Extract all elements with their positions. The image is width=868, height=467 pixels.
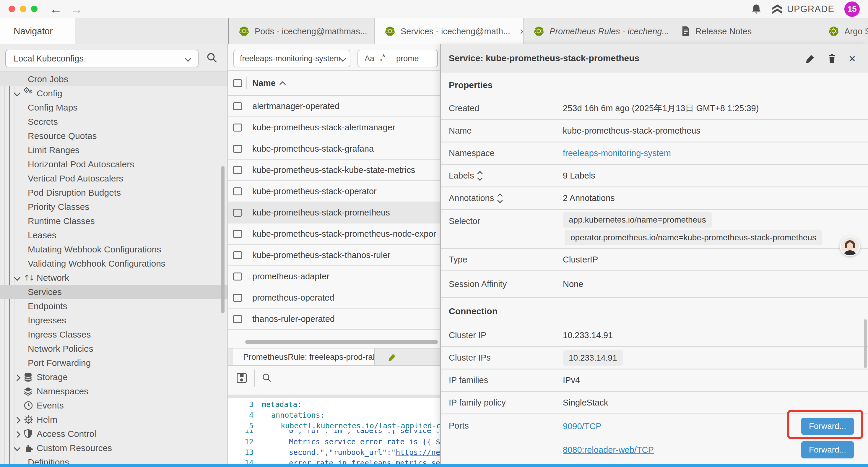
zoom-window-button[interactable] [31, 6, 37, 12]
expand-chevron-icon[interactable] [13, 430, 24, 438]
expand-chevron-icon[interactable] [13, 387, 24, 396]
app-tab[interactable]: Services - icecheng@math... × [375, 18, 524, 44]
sidebar-item[interactable]: Limit Ranges [0, 143, 228, 157]
expand-chevron-icon[interactable] [13, 273, 24, 282]
port-link[interactable]: 9090/TCP [563, 421, 601, 431]
sidebar-item[interactable]: Network Policies [0, 342, 228, 356]
sidebar-item[interactable]: Endpoints [0, 299, 228, 313]
table-horizontal-scrollbar[interactable] [245, 340, 438, 344]
minimize-window-button[interactable] [20, 6, 26, 12]
table-row[interactable]: kube-prometheus-stack-prometheus-node-ex… [228, 224, 440, 245]
row-checkbox[interactable] [233, 209, 242, 217]
table-row[interactable]: kube-prometheus-stack-prometheus [228, 202, 440, 224]
detail-scrollbar[interactable] [864, 319, 867, 368]
expand-chevron-icon[interactable] [13, 444, 24, 453]
sidebar-item[interactable]: Config Maps [0, 100, 228, 115]
sidebar-item[interactable]: Validating Webhook Configurations [0, 257, 228, 271]
avatar[interactable] [840, 236, 860, 256]
editor-search-icon[interactable] [262, 373, 272, 383]
editor-scroll-track[interactable] [228, 395, 440, 398]
select-all-checkbox[interactable] [233, 79, 242, 87]
navigator-tab[interactable]: Navigator [0, 18, 75, 44]
table-row[interactable]: prometheus-operated [228, 287, 440, 309]
table-row[interactable]: prometheus-adapter [228, 266, 440, 287]
sidebar-item[interactable]: Port Forwarding [0, 356, 228, 370]
namespace-filter-select[interactable]: freeleaps-monitoring-system [234, 50, 350, 67]
expand-collapse-icon[interactable] [478, 172, 482, 180]
app-tab[interactable]: Release Notes [671, 18, 818, 44]
yaml-editor[interactable]: 3metadata: 4annotations: 5kubectl.kubern… [228, 398, 440, 467]
sidebar-item[interactable]: Priority Classes [0, 200, 228, 214]
selector-chip[interactable]: operator.prometheus.io/name=kube-prometh… [565, 230, 822, 245]
sidebar-item[interactable]: Leases [0, 228, 228, 242]
sidebar-item[interactable]: Ingress Classes [0, 327, 228, 342]
row-checkbox[interactable] [233, 230, 242, 238]
sidebar-item[interactable]: ↑↓ Network [0, 271, 228, 285]
expand-chevron-icon[interactable] [13, 373, 24, 382]
notification-badge[interactable]: 15 [844, 1, 860, 17]
row-checkbox[interactable] [233, 102, 242, 110]
sidebar-item[interactable]: Access Control [0, 427, 228, 441]
list-search-input[interactable]: Aa ▪* prome [358, 50, 438, 67]
row-checkbox[interactable] [233, 145, 242, 153]
upgrade-button[interactable]: UPGRADE [772, 4, 834, 15]
table-row[interactable]: kube-prometheus-stack-grafana [228, 138, 440, 159]
table-row[interactable]: kube-prometheus-stack-kube-state-metrics [228, 159, 440, 181]
sidebar-item[interactable]: Resource Quotas [0, 129, 228, 143]
name-column-header[interactable]: Name [252, 78, 285, 88]
sidebar-item[interactable]: Horizontal Pod Autoscalers [0, 157, 228, 171]
sidebar-item[interactable]: Runtime Classes [0, 214, 228, 228]
expand-collapse-icon[interactable] [498, 194, 502, 202]
sidebar-item[interactable]: Cron Jobs [0, 72, 228, 86]
table-row[interactable]: kube-prometheus-stack-thanos-ruler [228, 245, 440, 266]
kubeconfig-select[interactable]: Local Kubeconfigs [5, 50, 198, 67]
namespace-link[interactable]: freeleaps-monitoring-system [563, 148, 671, 158]
sidebar-scrollbar[interactable] [221, 166, 224, 313]
sidebar-item[interactable]: Secrets [0, 115, 228, 129]
port-link[interactable]: 8080:reloader-web/TCP [563, 445, 654, 455]
close-window-button[interactable] [8, 6, 15, 12]
cluster-ip-chip[interactable]: 10.233.14.91 [563, 350, 623, 366]
sidebar-item[interactable]: Helm [0, 413, 228, 427]
row-checkbox[interactable] [233, 272, 242, 281]
bell-icon[interactable] [751, 3, 762, 15]
close-tab-icon[interactable]: × [520, 26, 524, 37]
expand-chevron-icon[interactable] [13, 415, 24, 424]
edit-icon[interactable] [806, 54, 815, 63]
selector-chip[interactable]: app.kubernetes.io/name=prometheus [563, 212, 712, 228]
regex-toggle[interactable]: ▪* [380, 54, 390, 63]
sidebar-item[interactable]: Events [0, 399, 228, 413]
search-icon[interactable] [206, 52, 218, 64]
app-tab[interactable]: Pods - icecheng@mathmas... [229, 18, 375, 44]
row-checkbox[interactable] [233, 166, 242, 174]
sidebar-item[interactable]: Vertical Pod Autoscalers [0, 171, 228, 185]
sidebar-item[interactable]: Ingresses [0, 313, 228, 327]
row-checkbox[interactable] [233, 187, 242, 195]
sidebar-item[interactable]: Mutating Webhook Configurations [0, 242, 228, 257]
expand-chevron-icon[interactable] [13, 89, 24, 98]
row-checkbox[interactable] [233, 294, 242, 302]
match-case-toggle[interactable]: Aa [365, 54, 374, 63]
table-row[interactable]: kube-prometheus-stack-operator [228, 181, 440, 202]
row-checkbox[interactable] [233, 251, 242, 259]
sidebar-item[interactable]: Services [0, 285, 228, 299]
close-icon[interactable]: × [849, 53, 856, 64]
app-tab[interactable]: Prometheus Rules - icecheng... [524, 18, 671, 44]
sidebar-item[interactable]: ⚙⚙ Config [0, 86, 228, 100]
delete-icon[interactable] [828, 54, 836, 63]
forward-button[interactable]: Forward... [801, 441, 854, 459]
sidebar-item[interactable]: Storage [0, 370, 228, 384]
row-checkbox[interactable] [233, 123, 242, 132]
table-row[interactable]: alertmanager-operated [228, 96, 440, 117]
back-button[interactable]: ← [50, 1, 62, 18]
row-checkbox[interactable] [233, 315, 242, 323]
app-tab[interactable]: Argo Se [818, 18, 868, 44]
expand-chevron-icon[interactable] [13, 401, 24, 410]
forward-button[interactable]: → [70, 1, 83, 18]
sidebar-item[interactable]: Custom Resources [0, 441, 228, 455]
table-row[interactable]: thanos-ruler-operated [228, 309, 440, 330]
save-icon[interactable] [236, 373, 247, 383]
editor-tab[interactable]: PrometheusRule: freeleaps-prod-rabbitmq [233, 348, 375, 365]
table-row[interactable]: kube-prometheus-stack-alertmanager [228, 117, 440, 138]
editor-tab-partial[interactable] [376, 348, 440, 365]
